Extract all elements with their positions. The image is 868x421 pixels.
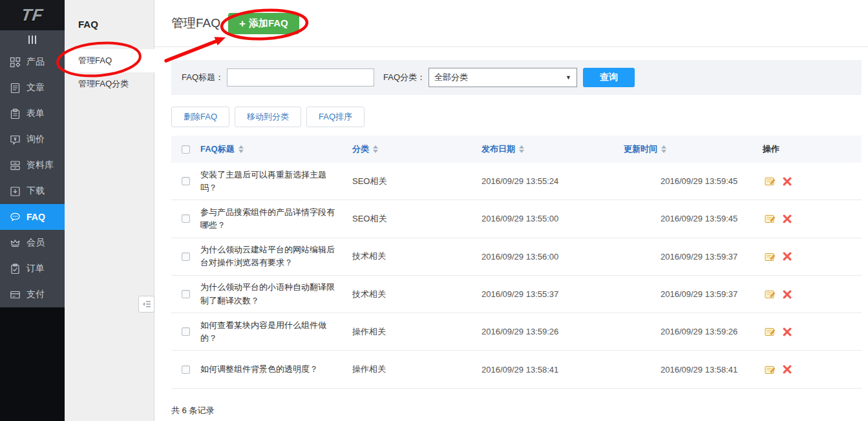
row-checkbox[interactable]: [182, 327, 190, 336]
faq-bubble-icon: [10, 212, 21, 223]
row-checkbox[interactable]: [182, 290, 190, 298]
sort-icon[interactable]: [519, 145, 524, 153]
sort-icon[interactable]: [373, 145, 378, 153]
submenu-item-manage-faq-categories[interactable]: 管理FAQ分类: [65, 72, 154, 96]
sidebar-item-label: 资料库: [26, 159, 54, 171]
faq-title-cell: 如何查看某块内容是用什么组件做的？: [200, 319, 352, 345]
row-checkbox[interactable]: [182, 252, 190, 261]
faq-category-cell: SEO相关: [352, 176, 482, 187]
add-faq-button-label: 添加FAQ: [249, 17, 288, 30]
row-checkbox[interactable]: [182, 177, 190, 185]
delete-icon[interactable]: [783, 214, 792, 223]
panel-collapse-button[interactable]: [138, 296, 154, 313]
table-row: 为什么领动平台的小语种自动翻译限制了翻译次数？ 技术相关 2016/09/29 …: [171, 276, 862, 313]
faq-category-cell: 操作相关: [352, 364, 482, 375]
delete-icon[interactable]: [783, 290, 792, 299]
sidebar-item-faq[interactable]: FAQ: [0, 204, 65, 230]
library-icon: [10, 160, 21, 171]
sidebar-item-label: FAQ: [26, 212, 45, 222]
query-button[interactable]: 查询: [583, 68, 635, 87]
sidebar-item-inquiry[interactable]: 询价: [0, 127, 65, 152]
order-icon: [10, 263, 21, 274]
sidebar-item-articles[interactable]: 文章: [0, 75, 65, 101]
main-content: 管理FAQ + 添加FAQ FAQ标题： FAQ分类： 全部分类 ▼ 查询 删除…: [154, 0, 868, 421]
update-time-cell: 2016/09/29 13:59:45: [624, 176, 756, 186]
bulk-actions: 删除FAQ 移动到分类 FAQ排序: [171, 107, 862, 127]
faq-category-select[interactable]: 全部分类 ▼: [429, 68, 577, 87]
delete-icon[interactable]: [783, 177, 792, 186]
publish-date-cell: 2016/09/29 13:55:00: [482, 214, 624, 223]
sidebar-item-label: 询价: [26, 134, 45, 145]
app-logo[interactable]: TF: [0, 0, 65, 30]
edit-icon[interactable]: [765, 365, 776, 375]
table-header-row: FAQ标题 分类 发布日期 更新时间: [171, 136, 862, 163]
primary-menu: 产品 文章 表单 询价 资料库 下载: [0, 30, 65, 307]
sidebar-item-label: 订单: [26, 263, 45, 274]
select-all-checkbox[interactable]: [182, 145, 190, 154]
collapse-indent-icon: [142, 300, 151, 308]
plus-icon: +: [239, 18, 246, 29]
sidebar-item-library[interactable]: 资料库: [0, 152, 65, 178]
record-count: 共 6 条记录: [171, 405, 862, 416]
sidebar-item-forms[interactable]: 表单: [0, 101, 65, 127]
edit-icon[interactable]: [765, 214, 776, 223]
move-to-category-button[interactable]: 移动到分类: [235, 107, 301, 127]
delete-faq-button[interactable]: 删除FAQ: [171, 107, 229, 127]
faq-title-label: FAQ标题：: [182, 72, 224, 83]
column-header-title[interactable]: FAQ标题: [200, 143, 352, 155]
sidebar-item-label: 表单: [26, 108, 45, 119]
submenu-header: FAQ: [65, 0, 154, 49]
column-header-updated[interactable]: 更新时间: [624, 143, 756, 155]
edit-icon[interactable]: [765, 176, 776, 186]
column-label: 发布日期: [482, 143, 515, 155]
delete-icon[interactable]: [783, 327, 792, 336]
menu-bars-icon: [28, 36, 30, 44]
page-title: 管理FAQ: [171, 15, 220, 32]
header-checkbox-cell: [171, 145, 200, 154]
update-time-cell: 2016/09/29 13:59:37: [624, 252, 756, 262]
table-row: 如何调整组件背景色的透明度？ 操作相关 2016/09/29 13:58:41 …: [171, 351, 862, 388]
faq-category-cell: 技术相关: [352, 289, 482, 300]
faq-category-cell: SEO相关: [352, 213, 482, 225]
row-checkbox[interactable]: [182, 365, 190, 374]
column-header-category[interactable]: 分类: [352, 143, 482, 155]
delete-icon[interactable]: [783, 252, 792, 261]
update-time-cell: 2016/09/29 13:58:41: [624, 365, 756, 375]
add-faq-button[interactable]: + 添加FAQ: [228, 13, 299, 34]
sort-icon[interactable]: [238, 145, 244, 153]
column-header-published[interactable]: 发布日期: [482, 143, 624, 155]
grid-icon: [10, 57, 21, 68]
delete-icon[interactable]: [783, 365, 792, 374]
sidebar-item-members[interactable]: 会员: [0, 230, 65, 256]
article-icon: [10, 83, 21, 94]
sort-icon[interactable]: [661, 145, 666, 153]
app-window: TF 产品 文章 表单 询价 资料库: [0, 0, 868, 421]
sidebar-item-label: 文章: [26, 82, 45, 94]
sidebar-item-products[interactable]: 产品: [0, 49, 65, 75]
faq-title-input[interactable]: [227, 68, 374, 87]
crown-icon: [10, 238, 21, 249]
sidebar-collapse-toggle[interactable]: [0, 30, 65, 49]
publish-date-cell: 2016/09/29 13:59:26: [482, 327, 624, 336]
content-area: FAQ标题： FAQ分类： 全部分类 ▼ 查询 删除FAQ 移动到分类 FAQ排…: [154, 47, 868, 416]
faq-sort-button[interactable]: FAQ排序: [306, 107, 365, 127]
sidebar-item-orders[interactable]: 订单: [0, 256, 65, 282]
sidebar-item-payment[interactable]: 支付: [0, 282, 65, 307]
edit-icon[interactable]: [765, 252, 776, 262]
faq-title-cell: 为什么领动云建站平台的网站编辑后台对操作浏览器有要求？: [200, 243, 352, 269]
faq-title-cell: 参与产品搜索组件的产品详情字段有哪些？: [200, 206, 352, 232]
edit-icon[interactable]: [765, 289, 776, 299]
table-row: 为什么领动云建站平台的网站编辑后台对操作浏览器有要求？ 技术相关 2016/09…: [171, 238, 862, 276]
update-time-cell: 2016/09/29 13:59:37: [624, 289, 756, 299]
edit-icon[interactable]: [765, 327, 776, 336]
row-checkbox[interactable]: [182, 214, 190, 223]
sidebar-item-label: 产品: [26, 56, 45, 68]
column-label: 更新时间: [624, 143, 657, 155]
logo-text: TF: [20, 5, 45, 25]
table-row: 参与产品搜索组件的产品详情字段有哪些？ SEO相关 2016/09/29 13:…: [171, 200, 862, 238]
submenu-item-manage-faq[interactable]: 管理FAQ: [65, 49, 154, 72]
chevron-down-icon: ▼: [566, 74, 571, 81]
faq-table: FAQ标题 分类 发布日期 更新时间: [171, 136, 862, 389]
sidebar-item-download[interactable]: 下载: [0, 178, 65, 204]
update-time-cell: 2016/09/29 13:59:26: [624, 327, 756, 336]
